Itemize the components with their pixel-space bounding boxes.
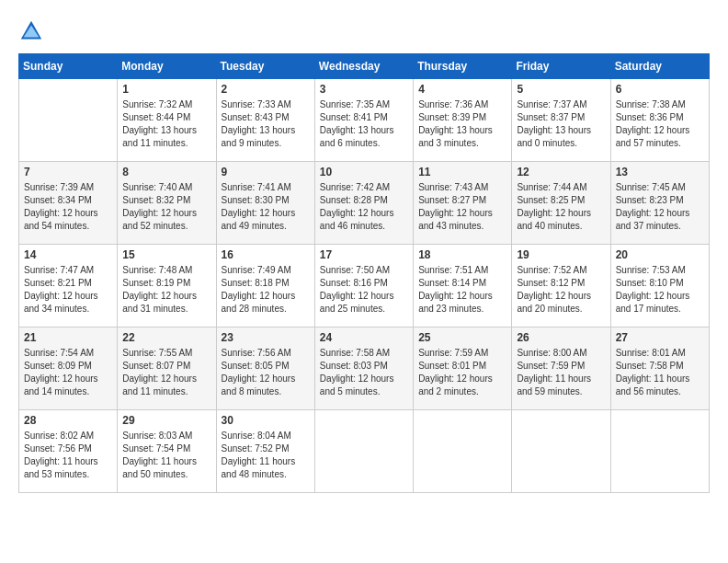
calendar-cell: 21Sunrise: 7:54 AM Sunset: 8:09 PM Dayli… [19,327,118,410]
day-info: Sunrise: 7:53 AM Sunset: 8:10 PM Dayligh… [616,264,704,316]
day-info: Sunrise: 7:43 AM Sunset: 8:27 PM Dayligh… [418,181,506,233]
day-number: 20 [616,248,704,261]
calendar-cell: 2Sunrise: 7:33 AM Sunset: 8:43 PM Daylig… [216,79,314,162]
weekday-header: Thursday [414,54,512,79]
day-number: 27 [616,331,704,344]
day-number: 7 [24,166,112,178]
day-info: Sunrise: 7:49 AM Sunset: 8:18 PM Dayligh… [222,264,310,316]
calendar-cell: 28Sunrise: 8:02 AM Sunset: 7:56 PM Dayli… [19,410,118,493]
day-number: 22 [122,331,210,344]
day-info: Sunrise: 7:35 AM Sunset: 8:41 PM Dayligh… [320,98,408,150]
header-row: SundayMondayTuesdayWednesdayThursdayFrid… [19,54,710,79]
day-info: Sunrise: 7:45 AM Sunset: 8:23 PM Dayligh… [616,181,704,233]
day-info: Sunrise: 7:32 AM Sunset: 8:44 PM Dayligh… [122,98,210,150]
calendar-cell: 22Sunrise: 7:55 AM Sunset: 8:07 PM Dayli… [118,327,216,410]
calendar-cell: 20Sunrise: 7:53 AM Sunset: 8:10 PM Dayli… [610,245,709,327]
day-info: Sunrise: 7:39 AM Sunset: 8:34 PM Dayligh… [24,181,112,233]
day-number: 19 [517,248,605,261]
day-info: Sunrise: 7:40 AM Sunset: 8:32 PM Dayligh… [122,181,210,233]
day-info: Sunrise: 7:36 AM Sunset: 8:39 PM Dayligh… [418,98,506,150]
calendar-cell: 25Sunrise: 7:59 AM Sunset: 8:01 PM Dayli… [414,327,512,410]
calendar-cell: 17Sunrise: 7:50 AM Sunset: 8:16 PM Dayli… [314,245,413,327]
weekday-header: Sunday [19,54,118,79]
calendar-week-row: 14Sunrise: 7:47 AM Sunset: 8:21 PM Dayli… [19,245,710,327]
day-number: 24 [320,331,408,344]
weekday-header: Tuesday [216,54,314,79]
day-info: Sunrise: 8:04 AM Sunset: 7:52 PM Dayligh… [222,430,310,481]
day-number: 9 [222,166,310,178]
calendar-cell [414,410,512,493]
day-number: 1 [122,83,210,96]
day-number: 13 [616,166,704,178]
day-info: Sunrise: 8:00 AM Sunset: 7:59 PM Dayligh… [517,347,605,398]
day-info: Sunrise: 7:52 AM Sunset: 8:12 PM Dayligh… [517,264,605,316]
day-number: 8 [122,166,210,178]
day-info: Sunrise: 7:37 AM Sunset: 8:37 PM Dayligh… [517,98,605,150]
day-info: Sunrise: 8:02 AM Sunset: 7:56 PM Dayligh… [24,430,112,481]
calendar-table: SundayMondayTuesdayWednesdayThursdayFrid… [18,53,710,493]
day-info: Sunrise: 7:42 AM Sunset: 8:28 PM Dayligh… [320,181,408,233]
calendar-cell: 12Sunrise: 7:44 AM Sunset: 8:25 PM Dayli… [512,162,610,245]
day-info: Sunrise: 7:51 AM Sunset: 8:14 PM Dayligh… [418,264,506,316]
day-info: Sunrise: 7:41 AM Sunset: 8:30 PM Dayligh… [222,181,310,233]
day-info: Sunrise: 7:50 AM Sunset: 8:16 PM Dayligh… [320,264,408,316]
day-number: 26 [517,331,605,344]
day-number: 3 [320,83,408,96]
calendar-cell: 23Sunrise: 7:56 AM Sunset: 8:05 PM Dayli… [216,327,314,410]
calendar-cell: 15Sunrise: 7:48 AM Sunset: 8:19 PM Dayli… [118,245,216,327]
day-number: 4 [418,83,506,96]
day-number: 23 [222,331,310,344]
calendar-cell: 24Sunrise: 7:58 AM Sunset: 8:03 PM Dayli… [314,327,413,410]
weekday-header: Friday [512,54,610,79]
day-number: 28 [24,414,112,427]
calendar-cell: 26Sunrise: 8:00 AM Sunset: 7:59 PM Dayli… [512,327,610,410]
day-info: Sunrise: 7:47 AM Sunset: 8:21 PM Dayligh… [24,264,112,316]
calendar-cell: 29Sunrise: 8:03 AM Sunset: 7:54 PM Dayli… [118,410,216,493]
calendar-cell: 13Sunrise: 7:45 AM Sunset: 8:23 PM Dayli… [610,162,709,245]
calendar-cell: 3Sunrise: 7:35 AM Sunset: 8:41 PM Daylig… [314,79,413,162]
day-info: Sunrise: 7:48 AM Sunset: 8:19 PM Dayligh… [122,264,210,316]
day-info: Sunrise: 8:03 AM Sunset: 7:54 PM Dayligh… [122,430,210,481]
calendar-cell: 4Sunrise: 7:36 AM Sunset: 8:39 PM Daylig… [414,79,512,162]
calendar-cell: 9Sunrise: 7:41 AM Sunset: 8:30 PM Daylig… [216,162,314,245]
calendar-cell: 14Sunrise: 7:47 AM Sunset: 8:21 PM Dayli… [19,245,118,327]
calendar-week-row: 28Sunrise: 8:02 AM Sunset: 7:56 PM Dayli… [19,410,710,493]
day-info: Sunrise: 7:33 AM Sunset: 8:43 PM Dayligh… [222,98,310,150]
calendar-cell: 1Sunrise: 7:32 AM Sunset: 8:44 PM Daylig… [118,79,216,162]
calendar-cell: 19Sunrise: 7:52 AM Sunset: 8:12 PM Dayli… [512,245,610,327]
day-number: 6 [616,83,704,96]
logo-icon [18,18,44,44]
calendar-week-row: 1Sunrise: 7:32 AM Sunset: 8:44 PM Daylig… [19,79,710,162]
day-info: Sunrise: 7:56 AM Sunset: 8:05 PM Dayligh… [222,347,310,398]
day-number: 5 [517,83,605,96]
calendar-week-row: 21Sunrise: 7:54 AM Sunset: 8:09 PM Dayli… [19,327,710,410]
day-info: Sunrise: 7:54 AM Sunset: 8:09 PM Dayligh… [24,347,112,398]
calendar-cell: 18Sunrise: 7:51 AM Sunset: 8:14 PM Dayli… [414,245,512,327]
day-number: 16 [222,248,310,261]
day-number: 29 [122,414,210,427]
day-number: 17 [320,248,408,261]
day-number: 18 [418,248,506,261]
calendar-cell: 5Sunrise: 7:37 AM Sunset: 8:37 PM Daylig… [512,79,610,162]
calendar-cell: 10Sunrise: 7:42 AM Sunset: 8:28 PM Dayli… [314,162,413,245]
calendar-cell: 11Sunrise: 7:43 AM Sunset: 8:27 PM Dayli… [414,162,512,245]
logo [18,18,46,44]
weekday-header: Saturday [610,54,709,79]
day-number: 10 [320,166,408,178]
day-number: 21 [24,331,112,344]
calendar-cell [610,410,709,493]
day-info: Sunrise: 7:38 AM Sunset: 8:36 PM Dayligh… [616,98,704,150]
calendar-cell: 16Sunrise: 7:49 AM Sunset: 8:18 PM Dayli… [216,245,314,327]
calendar-cell [19,79,118,162]
weekday-header: Wednesday [314,54,413,79]
calendar-cell: 7Sunrise: 7:39 AM Sunset: 8:34 PM Daylig… [19,162,118,245]
day-info: Sunrise: 7:59 AM Sunset: 8:01 PM Dayligh… [418,347,506,398]
day-number: 25 [418,331,506,344]
calendar-cell: 27Sunrise: 8:01 AM Sunset: 7:58 PM Dayli… [610,327,709,410]
calendar-week-row: 7Sunrise: 7:39 AM Sunset: 8:34 PM Daylig… [19,162,710,245]
day-info: Sunrise: 7:44 AM Sunset: 8:25 PM Dayligh… [517,181,605,233]
calendar-cell: 6Sunrise: 7:38 AM Sunset: 8:36 PM Daylig… [610,79,709,162]
day-number: 2 [222,83,310,96]
day-number: 11 [418,166,506,178]
day-info: Sunrise: 7:55 AM Sunset: 8:07 PM Dayligh… [122,347,210,398]
